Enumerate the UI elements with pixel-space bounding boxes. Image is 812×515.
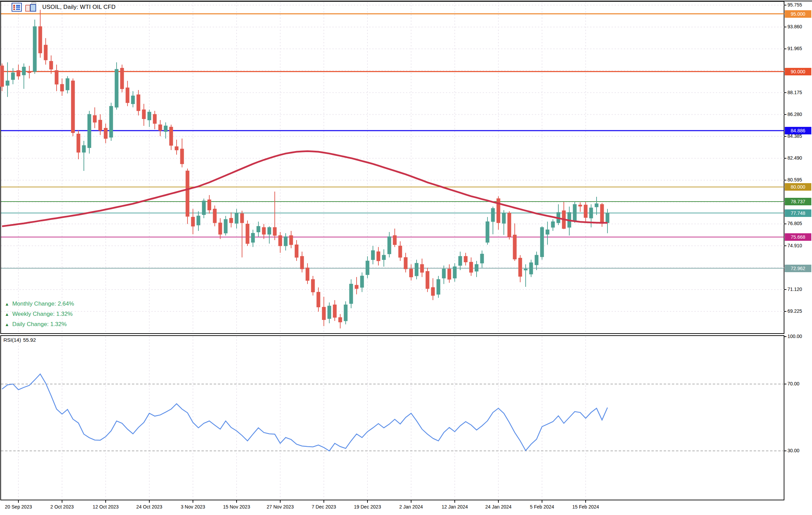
- candle-bearish: [191, 217, 195, 226]
- candle-bearish: [28, 72, 31, 73]
- candle-bullish: [328, 306, 331, 319]
- candle-bearish: [77, 134, 80, 152]
- candle-bullish: [284, 237, 287, 246]
- candle-bearish: [300, 256, 304, 269]
- price-panel-frame: [1, 1, 784, 334]
- price-level-badge: 90.000: [785, 68, 811, 75]
- candle-bearish: [180, 149, 184, 164]
- candle-bullish: [589, 208, 593, 218]
- candle-bearish: [448, 269, 451, 279]
- monthly-change-row: ▲ Monthly Change: 2.64%: [5, 299, 74, 309]
- candle-bullish: [164, 126, 167, 132]
- candle-bearish: [0, 66, 4, 87]
- candle-bullish: [475, 264, 478, 271]
- date-axis-label: 20 Sep 2023: [0, 504, 41, 510]
- candle-bullish: [22, 67, 26, 75]
- candle-bearish: [169, 127, 173, 145]
- rsi-axis-label: 70.00: [787, 381, 811, 386]
- candle-bearish: [120, 68, 124, 89]
- date-axis-label: 7 Dec 2023: [302, 504, 346, 510]
- candle-bearish: [322, 307, 326, 320]
- date-axis-label: 24 Oct 2023: [127, 504, 171, 510]
- candle-bearish: [409, 269, 413, 277]
- candle-bearish: [317, 292, 320, 307]
- date-axis-label: 12 Jan 2024: [433, 504, 477, 510]
- rsi-indicator-label: RSI(14)55.92: [3, 337, 38, 343]
- charts-icon[interactable]: [25, 2, 39, 12]
- candle-bullish: [197, 216, 200, 225]
- price-axis-label: 86.280: [787, 112, 811, 117]
- date-axis-label: 19 Dec 2023: [345, 504, 390, 510]
- candle-bearish: [377, 252, 380, 261]
- candle-bullish: [349, 284, 353, 304]
- price-level-badge: 80.000: [785, 183, 811, 191]
- candle-bearish: [229, 218, 233, 223]
- candle-bearish: [17, 70, 20, 76]
- candle-bearish: [186, 171, 189, 217]
- candle-bearish: [49, 61, 53, 69]
- price-axis-label: 71.120: [787, 286, 811, 292]
- candle-bearish: [126, 88, 129, 103]
- candle-bullish: [202, 201, 206, 215]
- candle-bullish: [606, 213, 609, 223]
- price-axis-label: 93.860: [787, 24, 811, 29]
- candle-bearish: [339, 318, 342, 322]
- candle-bearish: [44, 45, 47, 60]
- price-axis-label: 80.595: [787, 177, 811, 182]
- up-arrow-icon: ▲: [5, 322, 9, 327]
- price-axis-label: 82.490: [787, 155, 811, 161]
- candle-bearish: [246, 224, 249, 244]
- candle-bullish: [6, 81, 9, 86]
- list-icon[interactable]: [12, 3, 22, 12]
- date-axis-label: 3 Nov 2023: [171, 504, 215, 510]
- candle-bullish: [66, 78, 69, 90]
- date-axis-label: 2 Jan 2024: [389, 504, 433, 510]
- change-summary: ▲ Monthly Change: 2.64% ▲ Weekly Change:…: [5, 299, 74, 329]
- candle-bullish: [88, 114, 91, 148]
- price-level-badge: 95.000: [785, 10, 811, 18]
- trading-chart-window: USOIL, Daily: WTI OIL CFD ▲ Monthly Chan…: [0, 0, 812, 515]
- chart-title: USOIL, Daily: WTI OIL CFD: [42, 4, 116, 11]
- candle-bullish: [33, 27, 36, 72]
- price-level-badge: 84.886: [785, 127, 811, 134]
- candle-bullish: [131, 96, 135, 104]
- candle-bullish: [366, 261, 369, 275]
- price-axis-label: 95.755: [787, 2, 811, 8]
- candle-bullish: [115, 69, 118, 107]
- price-level-badge: 78.737: [785, 198, 811, 205]
- candle-bullish: [480, 254, 484, 263]
- daily-change-row: ▲ Daily Change: 1.32%: [5, 319, 74, 329]
- monthly-change-value: 2.64%: [58, 300, 74, 307]
- candle-bearish: [159, 125, 162, 131]
- candle-bearish: [153, 114, 156, 123]
- candle-bearish: [306, 268, 309, 280]
- candle-bullish: [453, 267, 456, 278]
- price-level-badge: 75.668: [785, 233, 811, 241]
- rsi-panel-frame: [1, 336, 784, 500]
- candle-bearish: [508, 213, 511, 237]
- candle-bearish: [213, 209, 216, 223]
- candle-bearish: [104, 128, 107, 138]
- date-axis-label: 24 Jan 2024: [476, 504, 521, 510]
- rsi-value: 55.92: [23, 337, 36, 343]
- candle-bullish: [388, 237, 391, 254]
- candle-bullish: [148, 112, 151, 120]
- daily-change-label: Daily Change:: [12, 321, 49, 327]
- candle-bearish: [219, 223, 222, 234]
- candle-bullish: [535, 255, 538, 265]
- candle-bearish: [469, 262, 473, 272]
- up-arrow-icon: ▲: [5, 312, 9, 317]
- candle-bearish: [39, 27, 42, 53]
- date-axis-label: 12 Oct 2023: [84, 504, 128, 510]
- candle-bullish: [11, 73, 15, 79]
- candle-bearish: [208, 200, 211, 210]
- candle-bearish: [399, 246, 402, 258]
- date-axis-label: 2 Oct 2023: [40, 504, 84, 510]
- chart-titlebar: USOIL, Daily: WTI OIL CFD: [12, 2, 116, 12]
- rsi-axis-label: 100.00: [787, 334, 811, 339]
- up-arrow-icon: ▲: [5, 301, 9, 307]
- candle-bullish: [546, 230, 549, 235]
- candle-bearish: [99, 120, 102, 130]
- candle-bullish: [382, 255, 386, 260]
- weekly-change-label: Weekly Change:: [12, 311, 55, 317]
